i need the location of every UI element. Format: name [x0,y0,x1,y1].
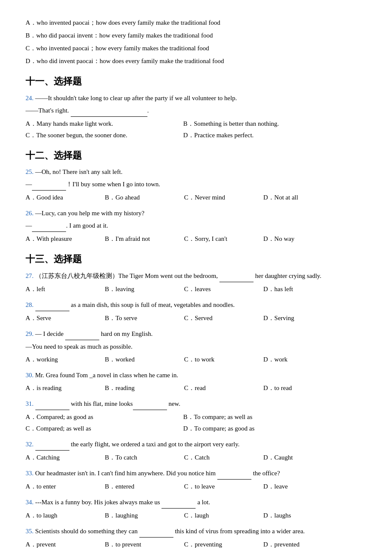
q32-option-c: C．Catch [184,452,259,463]
question-26: 26. —Lucy, can you help me with my histo… [26,208,366,245]
q24-option-a: A．Many hands make light work. [26,118,179,130]
section12-title: 十二、选择题 [26,147,366,164]
intro-options-block: A．who invented paocai；how does every fam… [26,17,366,67]
question-34-line1: 34. ---Max is a funny boy. His jokes alw… [26,497,366,509]
question-25: 25. —Oh, no! There isn't any salt left. … [26,166,366,203]
q25-option-b: B．Go ahead [105,192,180,203]
question-30-line1: 30. Mr. Grea found Tom _a novel in class… [26,370,366,381]
q35-option-a: A．prevent [26,539,101,550]
question-27-line1: 27. （江苏东台八校九年级检测）The Tiger Mom went out … [26,270,366,282]
q29-option-d: D．work [263,354,338,365]
q30-option-b: B．reading [105,382,180,394]
intro-option-a: A．who invented paocai；how does every fam… [26,17,366,29]
q35-option-b: B．to prevent [105,539,180,550]
intro-option-b: B．who did paocai invent：how every family… [26,30,366,41]
q25-blank [32,179,66,191]
q25-option-a: A．Good idea [26,192,101,203]
q26-option-c: C．Sorry, I can't [184,233,259,245]
q30-num: 30. [26,372,34,379]
q31-option-d: D．To compare; as good as [183,423,337,434]
q34-options: A．to laugh B．laughing C．laugh D．laughs [26,510,366,521]
q27-option-a: A．left [26,283,101,295]
section11-title: 十一、选择题 [26,73,366,90]
q29-option-c: C．to work [184,354,259,365]
question-28-line1: 28. as a main dish, this soup is full of… [26,299,366,311]
q27-option-b: B．leaving [105,283,180,295]
q34-option-c: C．laugh [184,510,259,521]
q33-num: 33. [26,470,34,477]
q33-option-a: A．to enter [26,481,101,492]
question-33: 33. Our headmaster isn't in. I can't fin… [26,468,366,492]
question-31: 31. with his flat, mine looks new. A．Com… [26,398,366,434]
q32-num: 32. [26,441,34,448]
q26-options: A．With pleasure B．I'm afraid not C．Sorry… [26,233,366,245]
q33-option-b: B．entered [105,481,180,492]
question-30: 30. Mr. Grea found Tom _a novel in class… [26,370,366,394]
q35-option-d: D．prevented [263,539,338,550]
q29-options: A．working B．worked C．to work D．work [26,354,366,365]
q31-option-b: B．To compare; as well as [183,411,337,423]
question-32-line1: 32. the early flight, we ordered a taxi … [26,439,366,451]
q26-option-b: B．I'm afraid not [105,233,180,245]
q27-num: 27. [26,272,34,279]
question-35: 35. Scientists should do something they … [26,526,366,550]
q28-option-c: C．Served [184,312,259,324]
question-34: 34. ---Max is a funny boy. His jokes alw… [26,497,366,521]
intro-option-c: C．who invented paocai；how every family m… [26,43,366,54]
q30-option-c: C．read [184,382,259,394]
q25-options: A．Good idea B．Go ahead C．Never mind D．No… [26,192,366,203]
q33-options: A．to enter B．entered C．to leave D．leave [26,481,366,492]
q31-blank1 [35,398,69,410]
q27-option-c: C．leaves [184,283,259,295]
question-28: 28. as a main dish, this soup is full of… [26,299,366,324]
q31-num: 31. [26,400,34,407]
q32-options: A．Catching B．To catch C．Catch D．Caught [26,452,366,463]
q28-blank [35,299,69,311]
question-31-line1: 31. with his flat, mine looks new. [26,398,366,410]
question-29-line1: 29. — I decide hard on my English. [26,328,366,340]
q24-option-c: C．The sooner begun, the sooner done. [26,130,179,141]
q31-option-c: C．Compared; as well as [26,423,179,434]
q25-num: 25. [26,168,34,175]
q34-option-b: B．laughing [105,510,180,521]
q31-blank2 [133,398,167,410]
q34-option-a: A．to laugh [26,510,101,521]
question-27: 27. （江苏东台八校九年级检测）The Tiger Mom went out … [26,270,366,295]
q26-num: 26. [26,210,34,217]
question-24-num-line: 24. ——It shouldn't take long to clear up… [26,92,366,104]
question-29-line2: —You need to speak as much as possible. [26,341,366,353]
q35-options: A．prevent B．to prevent C．preventing D．pr… [26,539,366,550]
q26-option-a: A．With pleasure [26,233,101,245]
q30-option-a: A．is reading [26,382,101,394]
q28-option-d: D．Serving [263,312,338,324]
q34-num: 34. [26,499,34,506]
q33-blank [217,468,251,480]
question-32: 32. the early flight, we ordered a taxi … [26,439,366,463]
q34-blank [161,497,196,509]
q29-num: 29. [26,330,34,337]
q35-blank [139,526,173,538]
intro-option-d: D．who did invent paocai：how does every f… [26,55,366,67]
q24-num: 24. [26,95,34,101]
question-29: 29. — I decide hard on my English. —You … [26,328,366,365]
q25-option-c: C．Never mind [184,192,259,203]
question-33-line1: 33. Our headmaster isn't in. I can't fin… [26,468,366,480]
question-25-line2: — ！I'll buy some when I go into town. [26,179,366,191]
q28-option-a: A．Serve [26,312,101,324]
question-35-line1: 35. Scientists should do something they … [26,526,366,538]
q27-blank [219,270,254,282]
section13-title: 十三、选择题 [26,251,366,268]
q34-option-d: D．laughs [263,510,338,521]
q25-option-d: D．Not at all [263,192,338,203]
q33-option-d: D．leave [263,481,338,492]
question-26-line2: — . I am good at it. [26,220,366,232]
q35-num: 35. [26,528,34,535]
question-25-line1: 25. —Oh, no! There isn't any salt left. [26,166,366,178]
q24-option-d: D．Practice makes perfect. [183,130,337,141]
question-24-line2: ——That's right. . [26,105,366,117]
q28-option-b: B．To serve [105,312,180,324]
q31-options: A．Compared; as good as B．To compare; as … [26,411,366,434]
q32-blank [35,439,69,451]
q35-option-c: C．preventing [184,539,259,550]
q26-option-d: D．No way [263,233,338,245]
